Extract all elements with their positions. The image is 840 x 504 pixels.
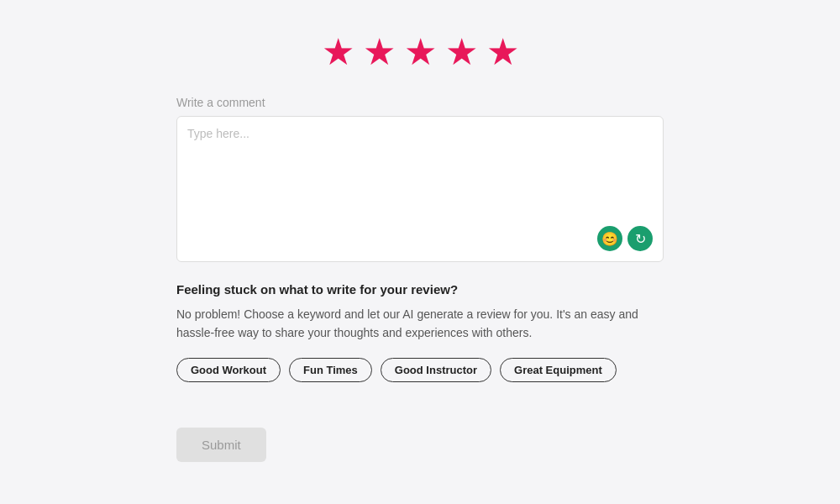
emoji-icon: 😊 bbox=[601, 231, 618, 247]
ai-section: Feeling stuck on what to write for your … bbox=[176, 282, 664, 407]
star-rating-row: ★ ★ ★ ★ ★ bbox=[322, 34, 519, 71]
refresh-icon: ↻ bbox=[635, 231, 646, 247]
star-4[interactable]: ★ bbox=[445, 34, 478, 71]
ai-title: Feeling stuck on what to write for your … bbox=[176, 282, 664, 297]
comment-section: Write a comment 😊 ↻ bbox=[176, 96, 664, 262]
star-3[interactable]: ★ bbox=[404, 34, 437, 71]
emoji-button[interactable]: 😊 bbox=[597, 226, 622, 251]
star-2[interactable]: ★ bbox=[363, 34, 396, 71]
keyword-good-instructor[interactable]: Good Instructor bbox=[381, 358, 491, 382]
comment-textarea-wrapper: 😊 ↻ bbox=[176, 116, 664, 262]
refresh-button[interactable]: ↻ bbox=[627, 226, 653, 251]
textarea-icons-row: 😊 ↻ bbox=[187, 226, 653, 251]
comment-label: Write a comment bbox=[176, 96, 664, 109]
main-container: ★ ★ ★ ★ ★ Write a comment 😊 ↻ Feeling st… bbox=[176, 25, 664, 462]
keyword-good-workout[interactable]: Good Workout bbox=[176, 358, 281, 382]
comment-textarea[interactable] bbox=[187, 127, 653, 219]
star-5[interactable]: ★ bbox=[486, 34, 519, 71]
keyword-fun-times[interactable]: Fun Times bbox=[289, 358, 372, 382]
star-1[interactable]: ★ bbox=[322, 34, 354, 71]
submit-button[interactable]: Submit bbox=[176, 428, 266, 462]
ai-description: No problem! Choose a keyword and let our… bbox=[176, 305, 664, 343]
keyword-great-equipment[interactable]: Great Equipment bbox=[500, 358, 617, 382]
keywords-row: Good Workout Fun Times Good Instructor G… bbox=[176, 358, 664, 382]
